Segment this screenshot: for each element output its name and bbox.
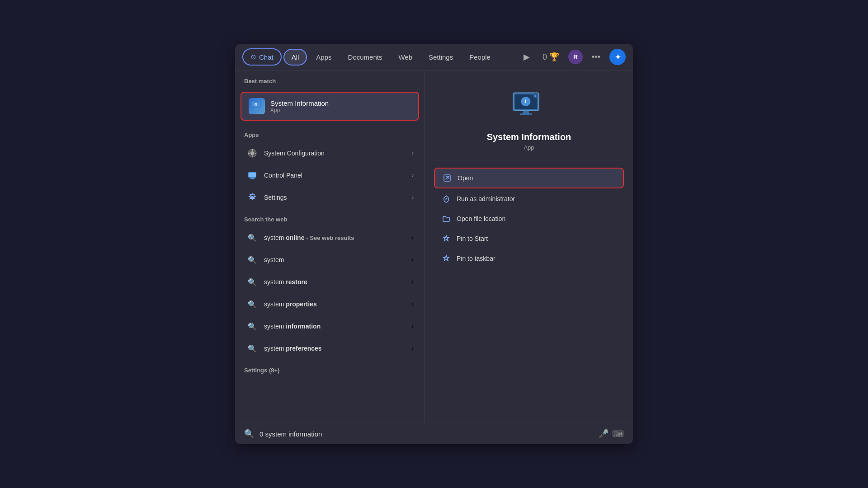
svg-text:i: i xyxy=(535,94,536,98)
bottom-search-icon: 🔍 xyxy=(244,429,254,439)
documents-button[interactable]: Documents xyxy=(341,50,390,65)
keyboard-icon[interactable]: ⌨ xyxy=(612,429,624,439)
avatar-label: R xyxy=(573,53,578,61)
left-panel: Best match i System Information App xyxy=(235,70,425,423)
nav-icons: ▶ 0 🏆 R ••• ✦ xyxy=(520,49,626,65)
svg-rect-7 xyxy=(252,149,253,151)
bing-icon: ✦ xyxy=(615,53,621,61)
web-search-icon-5: 🔍 xyxy=(246,320,259,333)
bottom-bar: 🔍 🎤 ⌨ xyxy=(235,423,633,444)
app-detail-subtitle: App xyxy=(524,144,534,151)
web-search-restore[interactable]: 🔍 system restore › xyxy=(237,271,423,293)
svg-rect-21 xyxy=(520,113,532,115)
chat-label: Chat xyxy=(259,53,274,61)
system-config-chevron: › xyxy=(412,150,414,156)
web-search-preferences[interactable]: 🔍 system preferences › xyxy=(237,338,423,359)
right-panel: i i System Information App xyxy=(425,70,633,423)
open-file-location-label: Open file location xyxy=(457,215,505,222)
action-pin-start[interactable]: Pin to Start xyxy=(434,229,624,248)
apps-section-label: Apps xyxy=(235,124,425,142)
pin-taskbar-icon xyxy=(441,253,451,263)
people-label: People xyxy=(469,53,491,61)
open-icon xyxy=(442,173,452,183)
open-label: Open xyxy=(458,174,473,182)
open-file-icon xyxy=(441,214,451,224)
web-search-information[interactable]: 🔍 system information › xyxy=(237,315,423,337)
web-search-icon-6: 🔍 xyxy=(246,342,259,355)
chat-icon: ⊙ xyxy=(250,53,256,61)
best-match-subtitle: App xyxy=(270,107,329,113)
run-admin-label: Run as administrator xyxy=(457,195,515,202)
settings-nav-label: Settings xyxy=(429,53,453,61)
web-search-label-6: system preferences xyxy=(264,345,411,352)
settings-item-label: Settings xyxy=(264,194,412,201)
more-button[interactable]: ••• xyxy=(588,51,604,64)
play-button[interactable]: ▶ xyxy=(520,50,533,64)
chat-button[interactable]: ⊙ Chat xyxy=(242,48,282,66)
best-match-text: System Information App xyxy=(270,99,329,113)
svg-rect-9 xyxy=(248,153,250,154)
web-search-online[interactable]: 🔍 system online - See web results › xyxy=(237,227,423,249)
svg-rect-12 xyxy=(249,173,256,177)
system-config-label: System Configuration xyxy=(264,150,412,157)
web-search-label-1: system online - See web results xyxy=(264,234,411,241)
web-search-label-4: system properties xyxy=(264,300,411,308)
web-search-label-2: system xyxy=(264,256,411,263)
app-detail-icon: i i xyxy=(511,89,547,125)
best-match-item[interactable]: i System Information App xyxy=(241,92,419,121)
action-run-admin[interactable]: Run as administrator xyxy=(434,189,624,208)
bottom-right-icons: 🎤 ⌨ xyxy=(599,429,624,439)
app-detail: i i System Information App xyxy=(434,80,624,160)
all-button[interactable]: All xyxy=(283,49,307,66)
app-detail-title: System Information xyxy=(487,132,571,142)
svg-rect-10 xyxy=(255,153,256,154)
web-search-properties[interactable]: 🔍 system properties › xyxy=(237,293,423,315)
apps-nav-label: Apps xyxy=(316,53,331,61)
count-label: 0 xyxy=(542,52,547,61)
system-info-icon: i xyxy=(249,98,265,114)
action-pin-taskbar[interactable]: Pin to taskbar xyxy=(434,249,624,268)
pin-taskbar-label: Pin to taskbar xyxy=(457,255,495,262)
web-search-chevron-5: › xyxy=(411,322,414,330)
control-panel-label: Control Panel xyxy=(264,172,412,179)
svg-rect-13 xyxy=(251,178,254,178)
best-match-title: System Information xyxy=(270,99,329,107)
web-search-label-5: system information xyxy=(264,323,411,330)
svg-rect-20 xyxy=(523,111,529,114)
avatar-button[interactable]: R xyxy=(568,50,583,64)
web-search-icon-3: 🔍 xyxy=(246,276,259,288)
microphone-icon[interactable]: 🎤 xyxy=(599,429,609,439)
system-config-icon xyxy=(246,147,259,160)
action-open-file-location[interactable]: Open file location xyxy=(434,209,624,228)
web-search-icon-2: 🔍 xyxy=(246,253,259,266)
web-search-chevron-2: › xyxy=(411,256,414,264)
app-item-control-panel[interactable]: Control Panel › xyxy=(237,164,423,186)
control-panel-chevron: › xyxy=(412,172,414,178)
nav-bar: ⊙ Chat All Apps Documents Web Settings P… xyxy=(235,44,633,70)
pin-start-icon xyxy=(441,234,451,244)
web-search-icon-4: 🔍 xyxy=(246,298,259,310)
action-list: Open Run as administrator xyxy=(434,168,624,268)
settings-chevron: › xyxy=(412,194,414,201)
web-button[interactable]: Web xyxy=(391,50,420,65)
web-search-label-3: system restore xyxy=(264,278,411,286)
web-search-icon-1: 🔍 xyxy=(246,231,259,244)
settings-icon xyxy=(246,191,259,204)
web-search-chevron-1: › xyxy=(411,234,414,242)
apps-nav-button[interactable]: Apps xyxy=(309,50,339,65)
svg-rect-2 xyxy=(254,109,258,110)
action-open[interactable]: Open xyxy=(434,168,624,188)
people-button[interactable]: People xyxy=(462,50,498,65)
bing-button[interactable]: ✦ xyxy=(609,49,626,65)
search-panel: ⊙ Chat All Apps Documents Web Settings P… xyxy=(235,44,633,444)
documents-label: Documents xyxy=(348,53,382,61)
settings-nav-button[interactable]: Settings xyxy=(421,50,460,65)
app-item-settings[interactable]: Settings › xyxy=(237,187,423,208)
count-button[interactable]: 0 🏆 xyxy=(539,50,563,64)
web-search-system[interactable]: 🔍 system › xyxy=(237,249,423,271)
pin-start-label: Pin to Start xyxy=(457,235,488,242)
search-input[interactable] xyxy=(259,430,593,438)
web-label: Web xyxy=(398,53,412,61)
app-item-system-config[interactable]: System Configuration › xyxy=(237,142,423,164)
web-search-chevron-4: › xyxy=(411,300,414,308)
